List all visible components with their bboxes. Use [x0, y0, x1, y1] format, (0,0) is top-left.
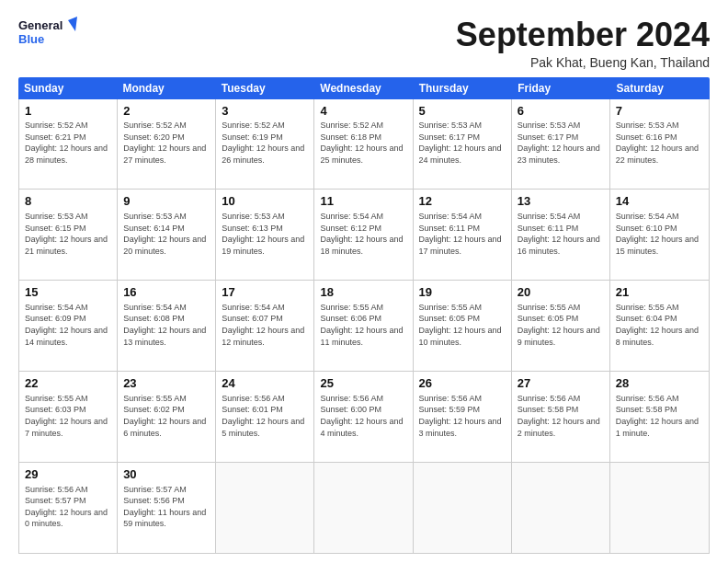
location: Pak Khat, Bueng Kan, Thailand	[456, 55, 710, 70]
cal-cell	[216, 463, 314, 553]
day-number: 20	[518, 284, 604, 301]
header-tuesday: Tuesday	[216, 77, 314, 99]
calendar: Sunday Monday Tuesday Wednesday Thursday…	[18, 77, 710, 554]
cal-cell: 20Sunrise: 5:55 AM Sunset: 6:05 PM Dayli…	[512, 281, 610, 371]
day-number: 8	[25, 193, 111, 210]
header-thursday: Thursday	[414, 77, 512, 99]
cal-cell: 27Sunrise: 5:56 AM Sunset: 5:58 PM Dayli…	[512, 372, 610, 462]
svg-marker-2	[68, 17, 77, 31]
day-number: 13	[518, 193, 604, 210]
cell-info: Sunrise: 5:52 AM Sunset: 6:18 PM Dayligh…	[320, 120, 406, 166]
cell-info: Sunrise: 5:52 AM Sunset: 6:20 PM Dayligh…	[123, 120, 210, 166]
cal-cell: 15Sunrise: 5:54 AM Sunset: 6:09 PM Dayli…	[19, 281, 118, 371]
header-saturday: Saturday	[611, 77, 710, 99]
day-number: 9	[123, 193, 210, 210]
cell-info: Sunrise: 5:54 AM Sunset: 6:08 PM Dayligh…	[123, 302, 210, 348]
cal-cell: 12Sunrise: 5:54 AM Sunset: 6:11 PM Dayli…	[414, 190, 512, 280]
cal-cell	[610, 463, 709, 553]
day-number: 24	[222, 375, 308, 392]
cell-info: Sunrise: 5:53 AM Sunset: 6:16 PM Dayligh…	[616, 120, 703, 166]
header-monday: Monday	[117, 77, 215, 99]
calendar-body: 1Sunrise: 5:52 AM Sunset: 6:21 PM Daylig…	[18, 99, 710, 554]
day-number: 7	[616, 103, 703, 120]
cell-info: Sunrise: 5:55 AM Sunset: 6:02 PM Dayligh…	[123, 393, 210, 439]
cal-cell: 19Sunrise: 5:55 AM Sunset: 6:05 PM Dayli…	[414, 281, 512, 371]
logo-icon: GeneralBlue	[18, 17, 83, 50]
cal-cell: 26Sunrise: 5:56 AM Sunset: 5:59 PM Dayli…	[414, 372, 512, 462]
cal-cell: 5Sunrise: 5:53 AM Sunset: 6:17 PM Daylig…	[414, 99, 512, 190]
cal-cell	[314, 463, 413, 553]
cal-cell: 18Sunrise: 5:55 AM Sunset: 6:06 PM Dayli…	[314, 281, 413, 371]
cell-info: Sunrise: 5:55 AM Sunset: 6:05 PM Dayligh…	[419, 302, 506, 348]
day-number: 29	[25, 466, 111, 483]
day-number: 23	[123, 375, 210, 392]
header: GeneralBlue September 2024 Pak Khat, Bue…	[18, 17, 710, 70]
cal-cell: 11Sunrise: 5:54 AM Sunset: 6:12 PM Dayli…	[314, 190, 413, 280]
day-number: 28	[616, 375, 703, 392]
cell-info: Sunrise: 5:54 AM Sunset: 6:09 PM Dayligh…	[25, 302, 111, 348]
cal-cell: 1Sunrise: 5:52 AM Sunset: 6:21 PM Daylig…	[19, 99, 118, 190]
cell-info: Sunrise: 5:57 AM Sunset: 5:56 PM Dayligh…	[123, 484, 210, 530]
cell-info: Sunrise: 5:54 AM Sunset: 6:07 PM Dayligh…	[222, 302, 308, 348]
day-number: 11	[320, 193, 406, 210]
cal-cell	[512, 463, 610, 553]
day-number: 21	[616, 284, 703, 301]
day-number: 10	[222, 193, 308, 210]
page: GeneralBlue September 2024 Pak Khat, Bue…	[0, 0, 728, 563]
day-number: 25	[320, 375, 406, 392]
cal-cell: 10Sunrise: 5:53 AM Sunset: 6:13 PM Dayli…	[216, 190, 314, 280]
week-row-3: 15Sunrise: 5:54 AM Sunset: 6:09 PM Dayli…	[19, 281, 709, 372]
cell-info: Sunrise: 5:56 AM Sunset: 5:58 PM Dayligh…	[518, 393, 604, 439]
day-number: 18	[320, 284, 406, 301]
header-sunday: Sunday	[18, 77, 117, 99]
day-number: 4	[320, 103, 406, 120]
header-friday: Friday	[512, 77, 610, 99]
cell-info: Sunrise: 5:54 AM Sunset: 6:11 PM Dayligh…	[518, 211, 604, 257]
day-number: 12	[419, 193, 506, 210]
cell-info: Sunrise: 5:53 AM Sunset: 6:14 PM Dayligh…	[123, 211, 210, 257]
title-block: September 2024 Pak Khat, Bueng Kan, Thai…	[456, 17, 710, 70]
day-number: 22	[25, 375, 111, 392]
calendar-header: Sunday Monday Tuesday Wednesday Thursday…	[18, 77, 710, 99]
cal-cell: 23Sunrise: 5:55 AM Sunset: 6:02 PM Dayli…	[118, 372, 216, 462]
cal-cell: 14Sunrise: 5:54 AM Sunset: 6:10 PM Dayli…	[610, 190, 709, 280]
cell-info: Sunrise: 5:56 AM Sunset: 6:00 PM Dayligh…	[320, 393, 406, 439]
day-number: 3	[222, 103, 308, 120]
svg-text:Blue: Blue	[18, 32, 44, 46]
cell-info: Sunrise: 5:56 AM Sunset: 6:01 PM Dayligh…	[222, 393, 308, 439]
day-number: 16	[123, 284, 210, 301]
week-row-2: 8Sunrise: 5:53 AM Sunset: 6:15 PM Daylig…	[19, 190, 709, 281]
cal-cell: 24Sunrise: 5:56 AM Sunset: 6:01 PM Dayli…	[216, 372, 314, 462]
cell-info: Sunrise: 5:53 AM Sunset: 6:13 PM Dayligh…	[222, 211, 308, 257]
cal-cell: 9Sunrise: 5:53 AM Sunset: 6:14 PM Daylig…	[118, 190, 216, 280]
day-number: 14	[616, 193, 703, 210]
cal-cell: 7Sunrise: 5:53 AM Sunset: 6:16 PM Daylig…	[610, 99, 709, 190]
cell-info: Sunrise: 5:55 AM Sunset: 6:03 PM Dayligh…	[25, 393, 111, 439]
cell-info: Sunrise: 5:53 AM Sunset: 6:17 PM Dayligh…	[518, 120, 604, 166]
day-number: 19	[419, 284, 506, 301]
cal-cell: 8Sunrise: 5:53 AM Sunset: 6:15 PM Daylig…	[19, 190, 118, 280]
day-number: 15	[25, 284, 111, 301]
cell-info: Sunrise: 5:54 AM Sunset: 6:10 PM Dayligh…	[616, 211, 703, 257]
header-wednesday: Wednesday	[314, 77, 413, 99]
cell-info: Sunrise: 5:54 AM Sunset: 6:11 PM Dayligh…	[419, 211, 506, 257]
day-number: 2	[123, 103, 210, 120]
week-row-4: 22Sunrise: 5:55 AM Sunset: 6:03 PM Dayli…	[19, 372, 709, 463]
day-number: 27	[518, 375, 604, 392]
cal-cell: 4Sunrise: 5:52 AM Sunset: 6:18 PM Daylig…	[314, 99, 413, 190]
week-row-5: 29Sunrise: 5:56 AM Sunset: 5:57 PM Dayli…	[19, 463, 709, 553]
cal-cell: 13Sunrise: 5:54 AM Sunset: 6:11 PM Dayli…	[512, 190, 610, 280]
day-number: 5	[419, 103, 506, 120]
cal-cell: 16Sunrise: 5:54 AM Sunset: 6:08 PM Dayli…	[118, 281, 216, 371]
cell-info: Sunrise: 5:55 AM Sunset: 6:06 PM Dayligh…	[320, 302, 406, 348]
logo: GeneralBlue	[18, 17, 83, 50]
svg-text:General: General	[18, 18, 63, 32]
week-row-1: 1Sunrise: 5:52 AM Sunset: 6:21 PM Daylig…	[19, 99, 709, 190]
cell-info: Sunrise: 5:56 AM Sunset: 5:57 PM Dayligh…	[25, 484, 111, 530]
day-number: 1	[25, 103, 111, 120]
cal-cell: 2Sunrise: 5:52 AM Sunset: 6:20 PM Daylig…	[118, 99, 216, 190]
cell-info: Sunrise: 5:56 AM Sunset: 5:58 PM Dayligh…	[616, 393, 703, 439]
day-number: 30	[123, 466, 210, 483]
cal-cell: 22Sunrise: 5:55 AM Sunset: 6:03 PM Dayli…	[19, 372, 118, 462]
day-number: 6	[518, 103, 604, 120]
